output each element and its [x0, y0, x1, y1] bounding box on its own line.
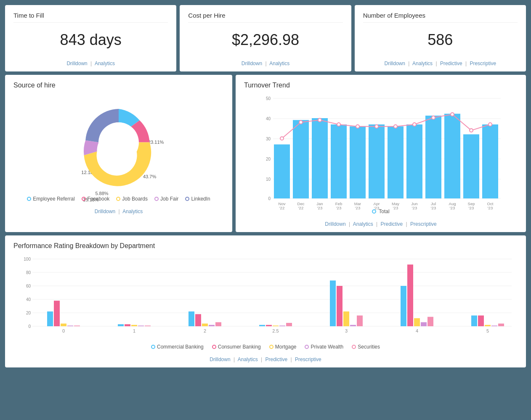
legend-dot-li: [185, 197, 189, 201]
legend-dot-jf: [154, 197, 159, 201]
performance-title: Performance Rating Breakdown by Departme…: [13, 242, 518, 250]
perf-4-cob: [407, 264, 413, 326]
perf-25-mo: [273, 325, 279, 326]
middle-row: Source of hire 15.13% 12.18% 5.88% 23.11…: [5, 75, 526, 232]
perf-1-cob: [125, 324, 130, 326]
perf-3-pw: [350, 325, 356, 326]
svg-text:0: 0: [268, 196, 271, 201]
perf-analytics-link[interactable]: Analytics: [238, 357, 258, 362]
svg-text:'23: '23: [355, 206, 360, 210]
legend-dot-cob: [212, 345, 216, 349]
svg-text:43.7%: 43.7%: [143, 174, 156, 179]
svg-text:2.5: 2.5: [272, 328, 279, 333]
svg-text:5.88%: 5.88%: [95, 191, 108, 196]
legend-commercial-banking: Commercial Banking: [151, 344, 204, 350]
bar-dec22: [293, 120, 309, 199]
num-employees-predictive-link[interactable]: Predictive: [440, 61, 462, 66]
donut-chart: 15.13% 12.18% 5.88% 23.11% 43.7%: [64, 94, 173, 191]
bar-aug23: [444, 114, 460, 199]
num-employees-drilldown-link[interactable]: Drilldown: [385, 61, 405, 66]
svg-text:'23: '23: [488, 206, 493, 210]
perf-0-mo: [61, 324, 66, 326]
svg-text:50: 50: [266, 96, 271, 101]
line-dot-7: [394, 125, 397, 128]
perf-3-mo: [343, 312, 349, 326]
num-employees-analytics-link[interactable]: Analytics: [412, 61, 433, 66]
source-of-hire-card: Source of hire 15.13% 12.18% 5.88% 23.11…: [5, 75, 232, 232]
perf-25-pw: [279, 325, 285, 326]
turnover-legend: Total: [244, 209, 518, 214]
perf-3-cob: [337, 286, 342, 326]
perf-legend: Commercial Banking Consumer Banking Mort…: [13, 344, 518, 350]
line-dot-2: [299, 121, 303, 124]
source-analytics-link[interactable]: Analytics: [122, 209, 143, 214]
perf-0-se: [74, 325, 80, 326]
perf-25-se: [286, 323, 292, 326]
cost-per-hire-analytics-link[interactable]: Analytics: [269, 61, 289, 66]
time-to-fill-drilldown-link[interactable]: Drilldown: [66, 61, 87, 66]
svg-text:2: 2: [204, 328, 206, 333]
perf-2-se: [215, 322, 221, 326]
svg-text:60: 60: [26, 284, 31, 288]
svg-text:'23: '23: [469, 206, 474, 210]
num-employees-prescriptive-link[interactable]: Prescriptive: [470, 61, 496, 66]
turnover-analytics-link[interactable]: Analytics: [353, 221, 373, 227]
perf-drilldown-link[interactable]: Drilldown: [210, 357, 230, 362]
perf-2-mo: [202, 324, 208, 326]
svg-text:40: 40: [266, 116, 271, 121]
legend-dot-mo: [269, 345, 273, 349]
turnover-predictive-link[interactable]: Predictive: [381, 221, 403, 227]
time-to-fill-card: Time to Fill 843 days Drilldown | Analyt…: [5, 5, 176, 71]
cost-per-hire-title: Cost per Hire: [188, 12, 342, 19]
svg-text:23.11%: 23.11%: [148, 140, 164, 145]
performance-chart: 100 80 60 40 20 0 0: [13, 255, 518, 339]
perf-predictive-link[interactable]: Predictive: [266, 357, 288, 362]
line-dot-11: [470, 129, 473, 132]
num-employees-title: Number of Employees: [363, 12, 518, 19]
legend-job-boards: Job Boards: [116, 196, 148, 202]
source-legend: Employee Referral Facebook Job Boards Jo…: [27, 196, 210, 202]
svg-text:100: 100: [24, 257, 31, 262]
turnover-trend-card: Turnover Trend 50 40 30 20 10 0: [236, 75, 526, 232]
line-dot-3: [318, 119, 321, 122]
svg-text:10: 10: [266, 177, 271, 182]
bar-mar23: [350, 127, 366, 199]
cost-per-hire-drilldown-link[interactable]: Drilldown: [242, 61, 262, 66]
bar-jun23: [406, 124, 422, 198]
perf-4-se: [427, 317, 433, 326]
turnover-prescriptive-link[interactable]: Prescriptive: [410, 221, 437, 227]
turnover-drilldown-link[interactable]: Drilldown: [325, 221, 345, 227]
svg-text:20: 20: [26, 311, 31, 315]
dashboard: Time to Fill 843 days Drilldown | Analyt…: [5, 5, 526, 367]
source-drilldown-link[interactable]: Drilldown: [95, 209, 115, 214]
perf-25-cob: [266, 325, 272, 326]
legend-job-fair: Job Fair: [154, 196, 178, 202]
bar-nov22: [274, 145, 290, 199]
legend-dot-fb: [82, 197, 86, 201]
turnover-chart: 50 40 30 20 10 0: [244, 94, 518, 203]
svg-text:4: 4: [416, 328, 418, 333]
legend-linkedin: LinkedIn: [185, 196, 210, 202]
line-dot-6: [375, 125, 378, 128]
svg-text:'23: '23: [336, 206, 341, 210]
perf-5-cb: [471, 315, 477, 326]
svg-text:'22: '22: [298, 206, 303, 210]
perf-0-pw: [67, 325, 73, 326]
bar-jan23: [312, 118, 328, 198]
perf-3-se: [357, 315, 363, 326]
time-to-fill-analytics-link[interactable]: Analytics: [95, 61, 115, 66]
perf-0-cb: [47, 312, 53, 326]
sep1: |: [90, 61, 92, 66]
line-dot-4: [337, 123, 340, 126]
svg-text:'23: '23: [431, 206, 436, 210]
line-dot-10: [451, 113, 454, 116]
legend-securities: Securities: [352, 344, 380, 350]
svg-text:30: 30: [266, 137, 271, 141]
svg-text:20: 20: [266, 157, 271, 161]
perf-prescriptive-link[interactable]: Prescriptive: [295, 357, 321, 362]
perf-5-se: [498, 324, 504, 326]
legend-consumer-banking: Consumer Banking: [212, 344, 261, 350]
bar-feb23: [331, 124, 347, 198]
perf-3-cb: [330, 280, 336, 326]
perf-4-cb: [401, 286, 406, 326]
